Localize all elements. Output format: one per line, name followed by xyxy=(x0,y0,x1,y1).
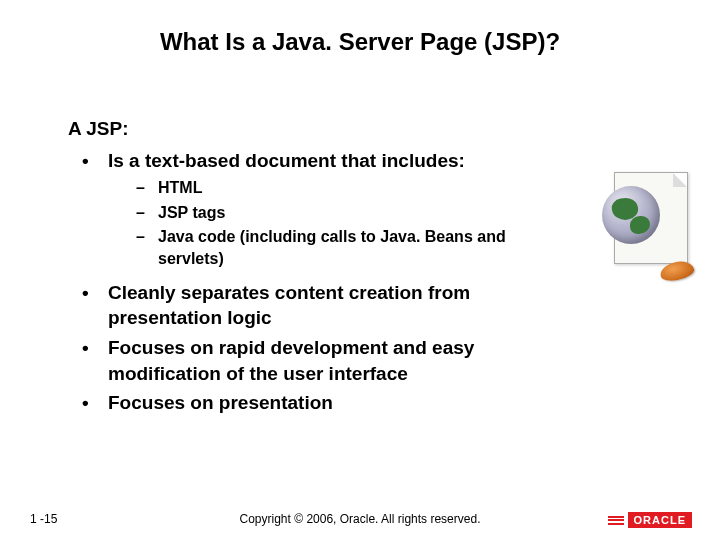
sub-marker: – xyxy=(136,177,158,199)
intro-text: A JSP: xyxy=(68,116,670,142)
globe-icon xyxy=(602,186,660,244)
bullet-item: • Focuses on rapid development and easy … xyxy=(68,335,670,386)
oracle-logo: ORACLE xyxy=(608,512,692,528)
sub-item: – HTML xyxy=(136,177,670,199)
bullet-text: Focuses on presentation xyxy=(108,390,670,416)
sub-item: – JSP tags xyxy=(136,202,670,224)
bullet-text: Is a text-based document that includes: xyxy=(108,148,670,174)
sub-list: – HTML – JSP tags – Java code (including… xyxy=(68,177,670,269)
decorative-graphic xyxy=(596,172,688,284)
bullet-marker: • xyxy=(68,280,108,331)
sub-text: HTML xyxy=(158,177,670,199)
bullet-item: • Focuses on presentation xyxy=(68,390,670,416)
slide-content: A JSP: • Is a text-based document that i… xyxy=(50,116,670,416)
bullet-text: Cleanly separates content creation from … xyxy=(108,280,670,331)
bullet-marker: • xyxy=(68,335,108,386)
bullet-marker: • xyxy=(68,148,108,174)
slide-title: What Is a Java. Server Page (JSP)? xyxy=(50,28,670,56)
bullet-text: Focuses on rapid development and easy mo… xyxy=(108,335,670,386)
sub-text: Java code (including calls to Java. Bean… xyxy=(158,226,670,269)
slide: What Is a Java. Server Page (JSP)? A JSP… xyxy=(0,0,720,540)
sub-text: JSP tags xyxy=(158,202,670,224)
oracle-logo-text: ORACLE xyxy=(628,512,692,528)
bullet-item: • Is a text-based document that includes… xyxy=(68,148,670,174)
bullet-item: • Cleanly separates content creation fro… xyxy=(68,280,670,331)
bullet-marker: • xyxy=(68,390,108,416)
footer: 1 -15 Copyright © 2006, Oracle. All righ… xyxy=(0,502,720,526)
sub-marker: – xyxy=(136,226,158,269)
sub-marker: – xyxy=(136,202,158,224)
sub-item: – Java code (including calls to Java. Be… xyxy=(136,226,670,269)
